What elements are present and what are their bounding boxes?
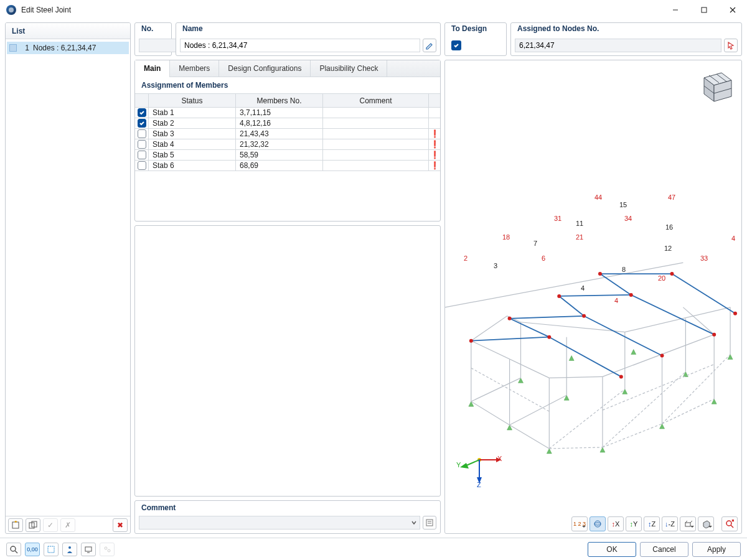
svg-point-100 <box>726 521 731 526</box>
svg-point-0 <box>9 7 14 12</box>
comment-cell[interactable] <box>323 118 429 128</box>
include-button: ✓ <box>43 518 58 532</box>
exclude-button: ✗ <box>60 518 75 532</box>
svg-rect-108 <box>85 547 92 551</box>
find-button[interactable] <box>6 543 21 556</box>
node-label: 2 <box>464 254 467 262</box>
ok-button[interactable]: OK <box>588 542 636 557</box>
status-cell: Stab 3 <box>149 129 236 139</box>
view-sphere-button[interactable] <box>590 516 606 531</box>
comment-cell[interactable] <box>323 129 429 139</box>
reset-view-button[interactable] <box>721 516 738 531</box>
svg-text:✦: ✦ <box>14 521 18 525</box>
tab-design-configurations[interactable]: Design Configurations <box>219 60 311 77</box>
row-checkbox[interactable] <box>138 151 146 159</box>
table-row[interactable]: Stab 558,59❗ <box>135 150 440 161</box>
titlebar: Edit Steel Joint <box>0 0 747 20</box>
node-label: 20 <box>658 274 665 282</box>
copy-item-button[interactable] <box>26 518 40 532</box>
minimize-button[interactable] <box>661 0 690 20</box>
comment-label: Comment <box>135 501 440 513</box>
comment-cell[interactable] <box>323 139 429 149</box>
node-label: 44 <box>594 194 602 201</box>
comment-cell[interactable] <box>323 161 429 170</box>
close-button[interactable] <box>718 0 747 20</box>
axis-y-button[interactable]: ↕Y <box>626 516 642 531</box>
tab-main[interactable]: Main <box>135 60 170 77</box>
person-button[interactable] <box>62 543 77 556</box>
comment-cell[interactable] <box>323 150 429 160</box>
to-design-checkbox[interactable] <box>451 40 461 50</box>
members-panel: MainMembersDesign ConfigurationsPlausibi… <box>134 60 441 222</box>
member-label: 16 <box>665 223 673 231</box>
bottom-bar: 0,00 OK Cancel Apply <box>0 538 747 560</box>
projection-button[interactable] <box>680 516 696 531</box>
apply-button[interactable]: Apply <box>692 542 741 557</box>
member-label: 3 <box>494 262 497 269</box>
pick-nodes-button[interactable] <box>724 39 738 52</box>
list-item[interactable]: 1 Nodes : 6,21,34,47 <box>7 42 129 54</box>
labels-toggle-button[interactable]: 1 2 3 <box>571 516 588 531</box>
new-item-button[interactable]: ✦ <box>8 518 23 532</box>
warning-cell: ❗ <box>429 129 440 139</box>
monitor-button[interactable] <box>81 543 96 556</box>
units-button[interactable]: 0,00 <box>25 543 40 556</box>
table-row[interactable]: Stab 24,8,12,16 <box>135 118 440 129</box>
members-cell: 4,8,12,16 <box>236 118 323 128</box>
comment-combo[interactable] <box>139 516 420 530</box>
axis-z-button[interactable]: ↕Z <box>644 516 660 531</box>
comment-cell[interactable] <box>323 108 429 118</box>
editor-panel <box>134 225 441 497</box>
column-header: Comment <box>323 94 429 107</box>
name-field-box: Name <box>176 22 441 56</box>
name-input[interactable] <box>180 39 420 52</box>
table-row[interactable]: Stab 13,7,11,15 <box>135 108 440 118</box>
node-label: 18 <box>502 233 510 241</box>
status-cell: Stab 6 <box>149 161 236 170</box>
svg-point-104 <box>11 546 16 551</box>
row-checkbox[interactable] <box>138 108 146 117</box>
members-cell: 3,7,11,15 <box>236 108 323 118</box>
table-row[interactable]: Stab 321,43,43❗ <box>135 129 440 139</box>
status-cell: Stab 4 <box>149 139 236 149</box>
tab-members[interactable]: Members <box>170 60 219 77</box>
node-label: 6 <box>542 254 545 262</box>
member-label: 15 <box>619 201 627 208</box>
row-checkbox[interactable] <box>138 119 146 128</box>
members-cell: 21,32,32 <box>236 139 323 149</box>
select-mode-button[interactable] <box>44 543 59 556</box>
svg-rect-106 <box>48 546 54 553</box>
row-checkbox[interactable] <box>138 129 146 138</box>
axis-neg-z-button[interactable]: ↓-Z <box>662 516 678 531</box>
comment-library-button[interactable] <box>423 516 436 530</box>
row-checkbox[interactable] <box>138 140 146 149</box>
viewport-canvas[interactable]: 44473134182126433204151171612384 X Y <box>445 60 741 515</box>
node-label: 4 <box>614 297 618 304</box>
axis-x-button[interactable]: ↕X <box>608 516 624 531</box>
svg-line-98 <box>690 521 692 523</box>
maximize-button[interactable] <box>690 0 718 20</box>
cancel-button[interactable]: Cancel <box>640 542 688 557</box>
render-mode-button[interactable] <box>698 516 714 531</box>
edit-name-button[interactable] <box>423 39 436 52</box>
table-row[interactable]: Stab 421,32,32❗ <box>135 139 440 150</box>
delete-item-button[interactable]: ✖ <box>113 518 128 532</box>
warning-cell: ❗ <box>429 150 440 160</box>
tab-plausibility-check[interactable]: Plausibility Check <box>311 60 387 77</box>
svg-rect-2 <box>702 7 707 12</box>
svg-line-101 <box>731 525 733 528</box>
member-label: 11 <box>576 220 583 227</box>
list-tree[interactable]: 1 Nodes : 6,21,34,47 <box>6 39 130 516</box>
warning-icon: ❗ <box>430 140 439 149</box>
svg-point-111 <box>108 549 110 552</box>
node-label: 47 <box>668 194 675 201</box>
table-row[interactable]: Stab 668,69❗ <box>135 161 440 171</box>
member-label: 4 <box>581 284 585 292</box>
name-label: Name <box>176 23 440 35</box>
no-field-box: No. <box>134 22 172 56</box>
column-header: Members No. <box>236 94 323 107</box>
row-checkbox[interactable] <box>138 161 146 170</box>
status-cell: Stab 2 <box>149 118 236 128</box>
warning-cell <box>429 118 440 128</box>
assigned-input[interactable] <box>515 39 721 52</box>
